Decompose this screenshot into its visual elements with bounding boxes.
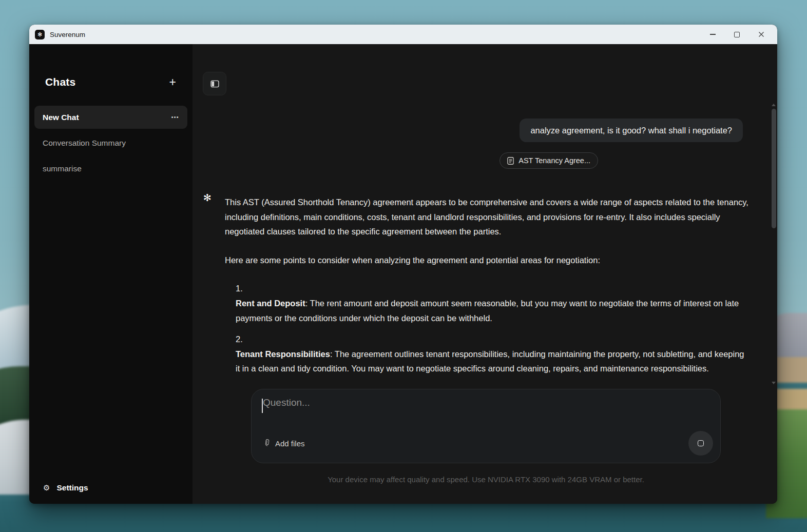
stop-button[interactable] [688,431,713,456]
list-marker: 1. [236,281,750,296]
assistant-logo-icon: ✻ [203,192,212,204]
document-icon [507,157,514,165]
assistant-numbered-list: 1. Rent and Deposit: The rent amount and… [225,281,750,376]
app-window: ✻ Suverenum C [29,25,777,504]
maximize-button[interactable] [725,25,749,44]
chat-main: analyze agreement, is it good? what shal… [193,44,777,504]
window-title: Suverenum [50,31,85,38]
scroll-up-arrow-icon[interactable] [772,104,776,106]
add-files-button[interactable]: Add files [263,439,305,448]
sidebar-item-conversation-summary[interactable]: Conversation Summary [34,131,187,154]
list-item: 1. Rent and Deposit: The rent amount and… [236,281,750,325]
attachment-chip[interactable]: AST Tenancy Agree... [499,152,598,169]
new-chat-add-button[interactable]: + [169,76,176,88]
settings-button[interactable]: ⚙ Settings [43,483,88,492]
sidebar-item-new-chat[interactable]: New Chat ⋯ [34,106,187,129]
assistant-message: This AST (Assured Shorthold Tenancy) agr… [225,195,750,383]
list-marker: 2. [236,332,750,347]
question-input[interactable] [263,397,704,426]
paperclip-icon [263,439,271,447]
sidebar: Chats + New Chat ⋯ Conversation Summary … [29,44,193,504]
device-note: Your device may affect quality and speed… [251,475,721,484]
add-files-label: Add files [275,439,305,448]
close-icon [758,31,764,37]
titlebar[interactable]: ✻ Suverenum [29,25,777,44]
close-button[interactable] [749,25,773,44]
scrollbar-thumb[interactable] [772,109,776,228]
window-content: Chats + New Chat ⋯ Conversation Summary … [29,44,777,504]
chat-options-icon[interactable]: ⋯ [171,113,179,122]
list-item-title: Rent and Deposit [236,299,305,308]
titlebar-left: ✻ Suverenum [29,30,85,40]
list-item-text: Rent and Deposit: The rent amount and de… [236,296,750,325]
list-item-body: : The rent amount and deposit amount see… [236,299,739,323]
list-item-title: Tenant Responsibilities [236,349,330,359]
gear-icon: ⚙ [43,483,50,492]
sidebar-item-summarise[interactable]: summarise [34,157,187,180]
composer: Add files [251,389,721,463]
list-item-text: Tenant Responsibilities: The agreement o… [236,347,750,376]
minimize-icon [710,34,716,35]
chat-item-label: summarise [43,164,82,173]
chats-heading: Chats [45,76,75,88]
maximize-icon [734,32,740,37]
desktop-wallpaper: ✻ Suverenum C [0,0,807,532]
attachment-name: AST Tenancy Agree... [518,156,590,165]
composer-toolbar: Add files [263,431,713,456]
window-controls [701,25,777,44]
sidebar-toggle-button[interactable] [203,72,226,95]
user-message-text: analyze agreement, is it good? what shal… [530,126,732,135]
user-message-bubble: analyze agreement, is it good? what shal… [520,119,743,142]
assistant-paragraph: Here are some points to consider when an… [225,253,750,268]
minimize-button[interactable] [701,25,725,44]
assistant-paragraph: This AST (Assured Shorthold Tenancy) agr… [225,195,750,239]
settings-label: Settings [56,483,88,492]
list-item: 2. Tenant Responsibilities: The agreemen… [236,332,750,376]
chat-item-label: Conversation Summary [43,139,126,148]
chat-list: New Chat ⋯ Conversation Summary summaris… [29,106,193,180]
stop-icon [698,440,704,446]
panel-left-icon [210,80,219,88]
sidebar-header: Chats + [45,76,176,88]
chat-item-label: New Chat [43,113,79,122]
app-logo-glyph: ✻ [37,32,42,37]
scroll-down-arrow-icon[interactable] [772,382,776,384]
app-logo-icon: ✻ [35,30,45,40]
